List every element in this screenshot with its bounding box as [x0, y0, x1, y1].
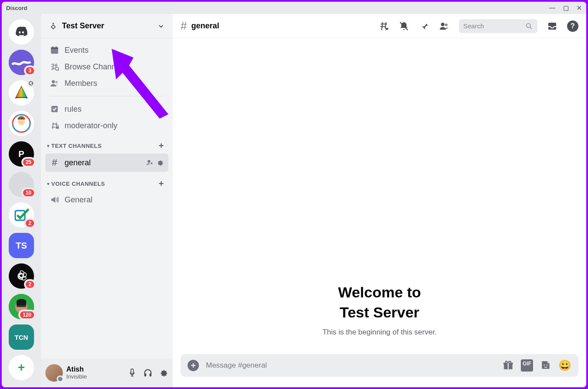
chat-messages: Welcome to Test Server This is the begin… — [173, 38, 586, 354]
channel-general-label: general — [65, 158, 91, 167]
svg-rect-21 — [144, 373, 147, 376]
server-item[interactable]: TS — [9, 233, 34, 258]
server-item[interactable]: 120 — [9, 294, 34, 319]
hash-icon: # — [50, 157, 59, 168]
search-icon — [525, 22, 533, 30]
user-avatar[interactable] — [45, 364, 63, 382]
create-invite-icon[interactable] — [146, 159, 154, 167]
svg-point-26 — [526, 24, 530, 27]
channel-rules[interactable]: rules — [45, 101, 168, 117]
add-text-channel-button[interactable]: + — [159, 141, 164, 151]
notification-badge: 25 — [21, 157, 36, 167]
emoji-picker-button[interactable]: 😀 — [558, 359, 571, 372]
browse-channels-icon — [50, 62, 59, 72]
chevron-down-icon: ▾ — [47, 181, 50, 186]
attach-button[interactable]: + — [188, 360, 199, 371]
sidebar-members[interactable]: Members — [45, 75, 168, 92]
member-list-icon[interactable] — [439, 21, 449, 31]
svg-point-16 — [52, 80, 55, 83]
sidebar-members-label: Members — [65, 79, 97, 88]
search-placeholder: Search — [463, 22, 484, 30]
notification-badge: 3 — [24, 65, 36, 76]
server-item[interactable]: TCN — [9, 324, 34, 350]
svg-rect-12 — [51, 48, 58, 49]
category-voice-label: VOICE CHANNELS — [51, 181, 105, 187]
speaker-icon — [50, 195, 59, 205]
hash-icon: # — [181, 19, 187, 33]
sidebar-browse-channels[interactable]: Browse Channels — [45, 58, 168, 75]
category-voice-channels[interactable]: ▾ VOICE CHANNELS + — [45, 172, 168, 191]
mute-mic-button[interactable] — [127, 368, 137, 378]
notification-badge: 120 — [18, 310, 36, 320]
message-composer[interactable]: + Message #general GIF 😀 — [181, 354, 578, 377]
sidebar-events-label: Events — [65, 46, 89, 55]
category-text-label: TEXT CHANNELS — [51, 143, 102, 149]
status-indicator — [57, 375, 64, 382]
user-panel[interactable]: Atish Invisible — [41, 358, 173, 387]
category-text-channels[interactable]: ▾ TEXT CHANNELS + — [45, 134, 168, 154]
dm-home-button[interactable] — [9, 19, 34, 44]
pinned-messages-icon[interactable] — [419, 21, 429, 31]
channel-general[interactable]: # general — [45, 154, 168, 172]
sidebar-browse-label: Browse Channels — [65, 62, 126, 72]
inbox-icon[interactable] — [547, 21, 557, 31]
add-server-button[interactable]: + — [9, 355, 34, 380]
search-input[interactable]: Search — [459, 19, 537, 33]
server-list: 3P25102TS2120TCN+ — [2, 14, 41, 387]
window-maximize-button[interactable]: ▢ — [563, 4, 569, 11]
calendar-icon — [50, 45, 59, 55]
voice-channel-general-label: General — [65, 195, 92, 205]
add-voice-channel-button[interactable]: + — [159, 179, 164, 189]
welcome-subtext: This is the beginning of this server. — [322, 328, 437, 337]
svg-point-24 — [441, 23, 444, 26]
svg-rect-19 — [56, 126, 59, 129]
members-icon — [50, 78, 59, 88]
welcome-heading: Welcome to Test Server — [322, 283, 437, 323]
sticker-icon[interactable] — [540, 359, 551, 371]
channel-moderator-only-label: moderator-only — [65, 121, 117, 130]
svg-point-32 — [547, 365, 548, 366]
help-button[interactable]: ? — [567, 20, 578, 32]
svg-rect-14 — [56, 46, 57, 48]
notification-badge: 2 — [24, 279, 36, 290]
user-status: Invisible — [66, 374, 124, 380]
window-close-button[interactable]: ✕ — [577, 4, 582, 11]
server-item[interactable] — [9, 111, 34, 136]
voice-channel-general[interactable]: General — [45, 191, 168, 208]
deafen-button[interactable] — [143, 368, 153, 378]
threads-icon[interactable] — [379, 21, 389, 31]
server-item[interactable]: P25 — [9, 141, 34, 167]
svg-rect-30 — [508, 363, 509, 369]
notification-badge: 2 — [24, 218, 36, 229]
server-name: Test Server — [62, 21, 104, 31]
channel-settings-icon[interactable] — [156, 159, 164, 167]
window-minimize-button[interactable]: — — [549, 4, 555, 11]
svg-point-17 — [55, 81, 58, 84]
server-item[interactable]: 3 — [9, 50, 34, 75]
svg-point-15 — [55, 67, 58, 70]
notifications-muted-icon[interactable] — [399, 21, 409, 31]
muted-indicator — [27, 79, 35, 87]
server-item[interactable] — [9, 80, 34, 106]
server-item[interactable]: 2 — [9, 263, 34, 289]
divider — [50, 96, 164, 96]
user-name: Atish — [66, 365, 124, 373]
server-item[interactable]: 10 — [9, 172, 34, 197]
svg-point-25 — [445, 24, 448, 26]
svg-rect-22 — [150, 373, 152, 376]
svg-point-20 — [148, 160, 150, 163]
channel-moderator-only[interactable]: moderator-only — [45, 117, 168, 134]
chevron-down-icon — [157, 22, 165, 30]
composer-placeholder[interactable]: Message #general — [206, 361, 496, 370]
server-avatar — [13, 84, 30, 102]
gif-button[interactable]: GIF — [521, 359, 533, 372]
user-settings-button[interactable] — [159, 368, 168, 378]
server-item[interactable]: 2 — [9, 202, 34, 228]
notification-badge: 10 — [21, 188, 36, 198]
discord-icon — [14, 24, 29, 39]
sidebar-events[interactable]: Events — [45, 42, 168, 58]
hash-lock-icon — [50, 121, 59, 130]
gift-icon[interactable] — [503, 359, 514, 371]
server-name-header[interactable]: Test Server — [41, 14, 173, 38]
app-title: Discord — [6, 5, 27, 11]
